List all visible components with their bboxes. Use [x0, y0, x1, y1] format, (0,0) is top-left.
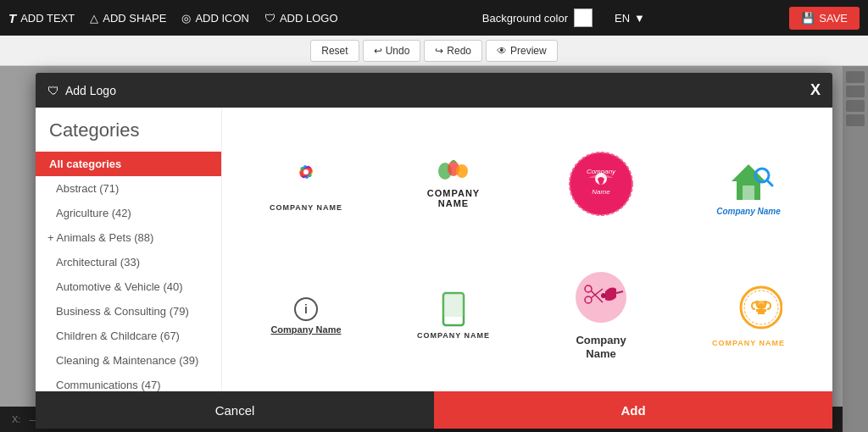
- save-button[interactable]: 💾 SAVE: [789, 7, 860, 30]
- logo-card-7[interactable]: CompanyName: [534, 256, 668, 374]
- shape-icon: △: [90, 12, 98, 25]
- redo-button[interactable]: ↪ Redo: [424, 40, 482, 62]
- preview-icon: 👁: [497, 45, 507, 57]
- svg-text:Name: Name: [592, 188, 610, 196]
- cancel-button[interactable]: Cancel: [36, 391, 434, 429]
- svg-rect-34: [756, 309, 766, 312]
- shield-icon: 🛡: [47, 84, 59, 97]
- modal-overlay: 🛡 Add Logo X Categories All categories A…: [0, 66, 868, 432]
- modal-body: Categories All categories Abstract (71) …: [36, 108, 832, 391]
- modal-header: 🛡 Add Logo X: [36, 73, 832, 108]
- modal-title: 🛡 Add Logo: [47, 84, 116, 97]
- logo-7-image: CompanyName: [567, 270, 635, 360]
- logo-card-4[interactable]: Company Name: [682, 125, 815, 242]
- modal-footer: Cancel Add: [36, 391, 832, 429]
- svg-rect-17: [743, 186, 754, 200]
- svg-point-30: [601, 293, 606, 298]
- svg-rect-35: [758, 312, 765, 314]
- svg-point-9: [456, 164, 468, 178]
- main-area: 🛡 Add Logo X Categories All categories A…: [0, 66, 868, 432]
- svg-marker-15: [732, 164, 765, 181]
- secondary-toolbar: Reset ↩ Undo ↪ Redo 👁 Preview: [0, 36, 868, 66]
- reset-button[interactable]: Reset: [310, 40, 359, 62]
- preview-button[interactable]: 👁 Preview: [486, 40, 558, 62]
- sidebar-item-agriculture[interactable]: Agriculture (42): [36, 201, 221, 225]
- background-color-picker[interactable]: [574, 8, 593, 27]
- background-color-section: Background color: [482, 8, 593, 27]
- svg-text:i: i: [304, 302, 308, 316]
- sidebar-item-business[interactable]: Business & Consulting (79): [36, 299, 221, 324]
- add-button[interactable]: Add: [434, 391, 832, 429]
- logo-card-3[interactable]: Company Name: [534, 125, 668, 242]
- logo-card-5[interactable]: i Company Name: [239, 256, 373, 374]
- sidebar-item-animals[interactable]: + Animals & Pets (88): [36, 225, 221, 250]
- logo-4-image: Company Name: [715, 152, 782, 216]
- categories-sidebar: Categories All categories Abstract (71) …: [36, 108, 222, 391]
- add-logo-modal: 🛡 Add Logo X Categories All categories A…: [36, 73, 832, 429]
- svg-point-6: [303, 169, 309, 174]
- undo-button[interactable]: ↩ Undo: [363, 40, 421, 62]
- text-icon: T: [8, 11, 16, 25]
- categories-title: Categories: [36, 119, 221, 152]
- sidebar-item-communications[interactable]: Communications (47): [36, 373, 221, 391]
- logo-2-image: COMPANYNAME: [427, 158, 480, 208]
- save-icon: 💾: [801, 12, 815, 25]
- logo-card-2[interactable]: COMPANYNAME: [387, 125, 520, 242]
- sidebar-item-automotive[interactable]: Automotive & Vehicle (40): [36, 274, 221, 299]
- undo-icon: ↩: [374, 45, 382, 57]
- logo-3-image: Company Name: [567, 150, 635, 218]
- top-toolbar: T ADD TEXT △ ADD SHAPE ◎ ADD ICON 🛡 ADD …: [0, 0, 868, 36]
- add-logo-button[interactable]: 🛡 ADD LOGO: [264, 12, 338, 25]
- sidebar-item-abstract[interactable]: Abstract (71): [36, 176, 221, 201]
- sidebar-item-cleaning[interactable]: Cleaning & Maintenance (39): [36, 348, 221, 373]
- redo-icon: ↪: [435, 45, 443, 57]
- svg-rect-23: [443, 293, 464, 317]
- svg-line-19: [767, 180, 772, 186]
- lang-button[interactable]: EN ▼: [615, 12, 645, 25]
- sidebar-item-architectural[interactable]: Architectural (33): [36, 250, 221, 274]
- icon-icon: ◎: [181, 12, 191, 25]
- logo-5-image: i Company Name: [270, 296, 341, 335]
- add-icon-button[interactable]: ◎ ADD ICON: [181, 12, 249, 25]
- logo-icon: 🛡: [264, 12, 275, 25]
- svg-point-25: [576, 272, 626, 323]
- sidebar-item-all-categories[interactable]: All categories: [36, 152, 221, 176]
- logo-card-6[interactable]: COMPANY NAME: [387, 256, 520, 374]
- logo-card-8[interactable]: COMPANY NAME: [682, 256, 815, 374]
- logo-card-1[interactable]: COMPANY NAME: [239, 125, 373, 242]
- logo-8-image: COMPANY NAME: [712, 284, 785, 347]
- add-shape-button[interactable]: △ ADD SHAPE: [90, 12, 166, 25]
- chevron-down-icon: ▼: [634, 12, 645, 25]
- logo-1-image: COMPANY NAME: [270, 155, 342, 212]
- logo-6-image: COMPANY NAME: [417, 291, 490, 340]
- logo-grid: COMPANY NAME COMPANYNAME: [222, 108, 832, 391]
- add-text-button[interactable]: T ADD TEXT: [8, 11, 75, 25]
- sidebar-item-children[interactable]: Children & Childcare (67): [36, 324, 221, 348]
- modal-close-button[interactable]: X: [810, 81, 821, 99]
